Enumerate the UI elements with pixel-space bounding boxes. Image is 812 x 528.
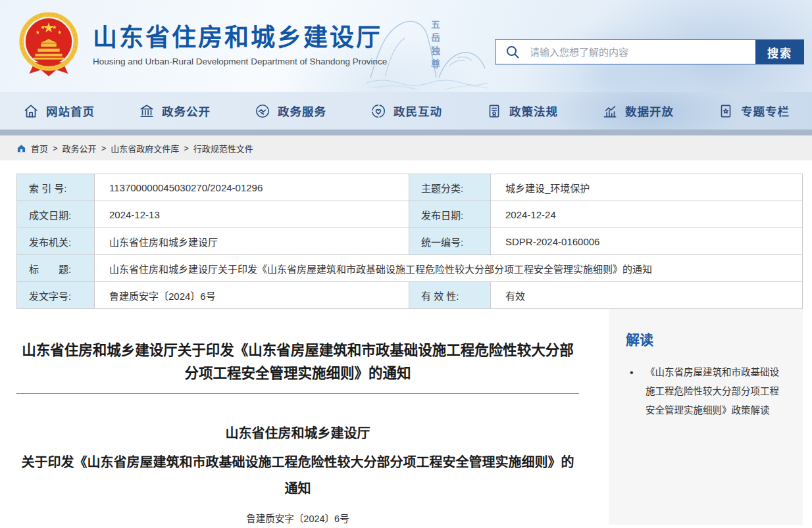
search-button[interactable]: 搜索	[755, 39, 804, 64]
divider-band	[0, 130, 812, 135]
meta-value-document-title: 山东省住房和城乡建设厅关于印发《山东省房屋建筑和市政基础设施工程危险性较大分部分…	[95, 255, 803, 282]
meta-value-publish-date: 2024-12-24	[491, 201, 803, 228]
interpretation-panel: 解读 《山东省房屋建筑和市政基础设施工程危险性较大分部分项工程安全管理实施细则》…	[609, 309, 803, 525]
table-row: 成文日期: 2024-12-13 发布日期: 2024-12-24	[17, 201, 803, 228]
meta-label: 主题分类:	[409, 174, 491, 201]
meta-value-issuing-agency: 山东省住房和城乡建设厅	[95, 228, 409, 255]
nav-item-label: 专题专栏	[741, 103, 790, 119]
handshake-icon	[254, 103, 271, 120]
interpretation-list: 《山东省房屋建筑和市政基础设施工程危险性较大分部分项工程安全管理实施细则》政策解…	[626, 363, 786, 420]
meta-value-validity-status: 有效	[491, 282, 803, 309]
table-row: 索 引 号: 113700000045030270/2024-01296 主题分…	[17, 174, 803, 201]
table-row: 发布机关: 山东省住房和城乡建设厅 统一编号: SDPR-2024-016000…	[17, 228, 803, 255]
heart-circle-icon	[370, 103, 387, 120]
meta-value-written-date: 2024-12-13	[95, 201, 409, 228]
content-area: 索 引 号: 113700000045030270/2024-01296 主题分…	[0, 160, 812, 525]
government-building-icon	[138, 103, 155, 120]
nav-item-label: 政策法规	[509, 103, 558, 119]
document-issuer: 山东省住房和城乡建设厅	[16, 420, 579, 446]
title-divider	[16, 393, 579, 394]
mountain-art-text: 五岳独尊	[428, 20, 442, 72]
nav-item-label: 数据开放	[625, 103, 674, 119]
meta-label: 发文字号:	[17, 282, 95, 309]
page-title: 山东省住房和城乡建设厅关于印发《山东省房屋建筑和市政基础设施工程危险性较大分部分…	[16, 309, 579, 385]
meta-value-document-number: 鲁建质安字〔2024〕6号	[95, 282, 409, 309]
meta-label: 发布机关:	[17, 228, 95, 255]
site-subtitle: Housing and Urban-Rural Development Depa…	[93, 57, 387, 66]
brand-text: 山东省住房和城乡建设厅 Housing and Urban-Rural Deve…	[93, 24, 387, 66]
breadcrumb-separator: >	[53, 143, 58, 153]
meta-label: 索 引 号:	[17, 174, 95, 201]
nav-item-home[interactable]: 网站首页	[22, 103, 95, 120]
nav-item-label: 网站首页	[46, 103, 95, 119]
nav-item-open-data[interactable]: 数据开放	[601, 103, 674, 120]
interpretation-title: 解读	[626, 329, 786, 348]
search-input[interactable]	[530, 40, 755, 64]
document-number: 鲁建质安字〔2024〕6号	[16, 511, 579, 525]
brand-block: 山东省住房和城乡建设厅 Housing and Urban-Rural Deve…	[16, 12, 387, 79]
nav-item-policies[interactable]: 政策法规	[486, 103, 558, 120]
home-icon	[22, 103, 39, 120]
search-icon	[495, 44, 530, 60]
nav-item-label: 政务公开	[162, 103, 211, 119]
nav-item-special-topics[interactable]: 专题专栏	[717, 103, 790, 120]
breadcrumb-item-normative-documents[interactable]: 行政规范性文件	[193, 142, 253, 155]
meta-value-topic-category: 城乡建设_环境保护	[491, 174, 803, 201]
meta-value-index-number: 113700000045030270/2024-01296	[95, 174, 409, 201]
document-title: 关于印发《山东省房屋建筑和市政基础设施工程危险性较大分部分项工程安全管理实施细则…	[16, 449, 579, 502]
table-row: 发文字号: 鲁建质安字〔2024〕6号 有 效 性: 有效	[17, 282, 803, 309]
meta-label: 统一编号:	[409, 228, 491, 255]
breadcrumb-item-home[interactable]: 首页	[31, 142, 48, 155]
site-title: 山东省住房和城乡建设厅	[93, 24, 387, 53]
nav-item-services[interactable]: 政务服务	[254, 103, 326, 120]
bar-chart-icon	[601, 103, 619, 120]
nav-item-interaction[interactable]: 政民互动	[370, 103, 442, 120]
search-bar: 搜索	[495, 39, 804, 64]
page: 五岳独尊 山东省住房和城乡建设厅 Housing a	[0, 0, 812, 528]
policy-document-icon	[486, 103, 503, 120]
breadcrumb-item-document-library[interactable]: 山东省政府文件库	[111, 142, 179, 155]
breadcrumb-item-public-info[interactable]: 政务公开	[63, 142, 97, 155]
breadcrumb: 首页 > 政务公开 > 山东省政府文件库 > 行政规范性文件	[0, 135, 812, 160]
site-header: 五岳独尊 山东省住房和城乡建设厅 Housing a	[0, 0, 812, 92]
article: 山东省住房和城乡建设厅关于印发《山东省房屋建筑和市政基础设施工程危险性较大分部分…	[16, 309, 579, 525]
document-heading: 山东省住房和城乡建设厅 关于印发《山东省房屋建筑和市政基础设施工程危险性较大分部…	[16, 420, 579, 525]
meta-value-unified-number: SDPR-2024-0160006	[491, 228, 803, 255]
meta-label: 成文日期:	[17, 201, 95, 228]
meta-label: 有 效 性:	[409, 282, 491, 309]
breadcrumb-separator: >	[101, 143, 107, 153]
nav-item-public-info[interactable]: 政务公开	[138, 103, 211, 120]
national-emblem	[16, 12, 81, 79]
breadcrumb-home-icon	[16, 143, 26, 153]
meta-label: 标 题:	[17, 255, 95, 282]
star-document-icon	[717, 103, 734, 120]
interpretation-link[interactable]: 《山东省房屋建筑和市政基础设施工程危险性较大分部分项工程安全管理实施细则》政策解…	[626, 363, 786, 420]
document-meta-table: 索 引 号: 113700000045030270/2024-01296 主题分…	[16, 174, 803, 309]
nav-item-label: 政务服务	[278, 103, 326, 119]
table-row: 标 题: 山东省住房和城乡建设厅关于印发《山东省房屋建筑和市政基础设施工程危险性…	[17, 255, 803, 282]
nav-item-label: 政民互动	[393, 103, 442, 119]
main-nav: 网站首页 政务公开 政务服务	[0, 92, 812, 130]
meta-label: 发布日期:	[409, 201, 491, 228]
breadcrumb-separator: >	[184, 143, 189, 153]
